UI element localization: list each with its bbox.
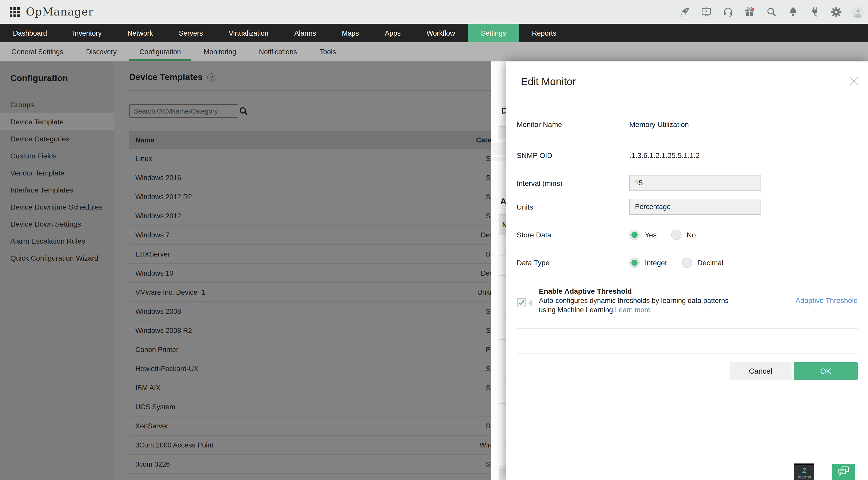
sidebar-item[interactable]: Interface Templates bbox=[0, 181, 114, 198]
gift-icon[interactable] bbox=[743, 6, 755, 18]
adaptive-threshold-title: Enable Adaptive Threshold bbox=[539, 287, 632, 295]
main-nav: DashboardInventoryNetworkServersVirtuali… bbox=[0, 24, 868, 42]
device-templates-table: Name Category LinuxServerWindows 2016Ser… bbox=[129, 131, 512, 480]
search-input[interactable] bbox=[129, 104, 238, 118]
sidebar-item[interactable]: Groups bbox=[0, 96, 114, 113]
table-row[interactable]: UCS SystemUCS bbox=[129, 398, 512, 416]
configuration-sidebar: Configuration GroupsDevice TemplateDevic… bbox=[0, 61, 114, 480]
subnav-item[interactable]: Tools bbox=[308, 42, 347, 61]
store-data-label: Store Data bbox=[517, 231, 629, 239]
table-row[interactable]: LinuxServer bbox=[129, 149, 512, 168]
background-section-heading-fragment: A bbox=[500, 197, 506, 207]
background-row-fragment bbox=[491, 142, 506, 156]
alarms-label: Alarms bbox=[794, 474, 814, 479]
units-input[interactable] bbox=[629, 199, 761, 215]
nav-item[interactable]: Settings bbox=[468, 24, 519, 42]
sidebar-item[interactable]: Device Downtime Schedules bbox=[0, 198, 114, 215]
monitor-name-value: Memory Utilization bbox=[629, 120, 689, 129]
table-row[interactable]: 3Com 2000 Access PointWireless bbox=[129, 436, 512, 455]
units-row: Units bbox=[517, 199, 629, 215]
nav-item[interactable]: Servers bbox=[166, 24, 216, 42]
table-row[interactable]: Windows 2008Server bbox=[129, 302, 512, 321]
gear-icon[interactable] bbox=[830, 6, 842, 18]
sidebar-item[interactable]: Alarm Escalation Rules bbox=[0, 232, 114, 249]
column-name[interactable]: Name bbox=[129, 136, 444, 144]
pointer-arrow-icon bbox=[528, 300, 532, 306]
subnav-item[interactable]: General Settings bbox=[0, 42, 75, 61]
plug-icon[interactable] bbox=[809, 6, 820, 18]
table-row[interactable]: 3com 3500G-EISwitch bbox=[129, 474, 512, 480]
rocket-icon[interactable] bbox=[678, 6, 690, 18]
sidebar-item[interactable]: Custom Fields bbox=[0, 147, 114, 164]
nav-item[interactable]: Network bbox=[115, 24, 166, 42]
table-row[interactable]: 3com 3226Switch bbox=[129, 455, 512, 474]
headset-icon[interactable] bbox=[722, 6, 734, 18]
close-icon[interactable] bbox=[848, 75, 860, 87]
adaptive-threshold-checkbox[interactable] bbox=[517, 298, 526, 307]
app-viewport: OpManager bbox=[0, 0, 868, 480]
nav-item[interactable]: Alarms bbox=[281, 24, 329, 42]
learn-more-link[interactable]: Learn more bbox=[615, 306, 650, 314]
cancel-button[interactable]: Cancel bbox=[730, 362, 792, 380]
store-data-yes-radio[interactable] bbox=[629, 230, 640, 240]
table-row[interactable]: Windows 2008 R2Server bbox=[129, 321, 512, 340]
table-row[interactable]: Hewlett-Packard-UXServer bbox=[129, 359, 512, 378]
store-data-no-label: No bbox=[687, 231, 696, 239]
ok-button[interactable]: OK bbox=[794, 362, 858, 380]
chat-button[interactable] bbox=[832, 464, 855, 480]
section-divider bbox=[517, 353, 858, 353]
nav-item[interactable]: Reports bbox=[519, 24, 569, 42]
data-type-decimal-label: Decimal bbox=[697, 259, 723, 267]
table-row[interactable]: Windows 2012 R2Server bbox=[129, 187, 512, 206]
nav-item[interactable]: Inventory bbox=[60, 24, 115, 42]
store-data-row: Store Data Yes No bbox=[517, 230, 710, 240]
interval-input[interactable] bbox=[629, 175, 761, 191]
table-row[interactable]: XenServerServer bbox=[129, 416, 512, 436]
table-row[interactable]: Windows 2016Server bbox=[129, 168, 512, 187]
nav-overflow-icon[interactable]: ⋮ bbox=[852, 0, 861, 19]
topbar-icons bbox=[678, 6, 868, 18]
data-type-integer-label: Integer bbox=[645, 259, 667, 267]
nav-item[interactable]: Maps bbox=[329, 24, 372, 42]
background-panel-sliver: D A N bbox=[491, 61, 506, 480]
sidebar-item[interactable]: Quick Configuration Wizard bbox=[0, 249, 114, 266]
nav-item[interactable]: Dashboard bbox=[0, 24, 60, 42]
table-row[interactable]: Windows 10Desktop bbox=[129, 264, 512, 283]
units-label: Units bbox=[517, 203, 629, 211]
monitor-name-row: Monitor Name Memory Utilization bbox=[517, 119, 689, 130]
sidebar-item[interactable]: Device Down Settings bbox=[0, 215, 114, 232]
adaptive-threshold-link[interactable]: Adaptive Threshold bbox=[796, 296, 858, 305]
sidebar-item[interactable]: Device Template bbox=[0, 113, 114, 130]
table-row[interactable]: Windows 2012Server bbox=[129, 206, 512, 226]
dialog-title: Edit Monitor bbox=[521, 76, 576, 88]
app-logo: OpManager bbox=[26, 6, 94, 18]
table-search-icon[interactable] bbox=[239, 106, 249, 118]
subnav-item[interactable]: Notifications bbox=[247, 42, 308, 61]
search-icon[interactable] bbox=[765, 6, 777, 18]
nav-item[interactable]: Apps bbox=[372, 24, 413, 42]
data-type-decimal-radio[interactable] bbox=[682, 258, 692, 268]
apps-grid-icon[interactable] bbox=[10, 7, 20, 17]
bell-icon[interactable] bbox=[787, 6, 799, 18]
subnav-item[interactable]: Configuration bbox=[128, 42, 192, 61]
subnav-item[interactable]: Discovery bbox=[75, 42, 128, 61]
help-icon[interactable]: ? bbox=[208, 73, 216, 81]
table-row[interactable]: VMware Inc. Device_1Unknown bbox=[129, 283, 512, 302]
subnav-item[interactable]: Monitoring bbox=[192, 42, 247, 61]
adaptive-threshold-description: using Machine Learning.Learn more bbox=[539, 306, 650, 314]
data-type-integer-radio[interactable] bbox=[629, 258, 640, 268]
presentation-icon[interactable] bbox=[700, 6, 712, 18]
nav-item[interactable]: Workflow bbox=[413, 24, 468, 42]
checkbox-divider bbox=[534, 283, 534, 316]
table-row[interactable]: Windows 7Desktop bbox=[129, 226, 512, 245]
interval-row: Interval (mins) bbox=[517, 175, 629, 191]
alarms-badge[interactable]: 2 Alarms bbox=[794, 464, 814, 480]
nav-item[interactable]: Virtualization bbox=[216, 24, 281, 42]
store-data-no-radio[interactable] bbox=[671, 230, 681, 240]
table-row[interactable]: Canon PrinterPrinter bbox=[129, 340, 512, 359]
table-body: LinuxServerWindows 2016ServerWindows 201… bbox=[129, 149, 512, 480]
table-row[interactable]: ESXServerServer bbox=[129, 245, 512, 264]
sidebar-item[interactable]: Vendor Template bbox=[0, 164, 114, 181]
table-row[interactable]: IBM AIXServer bbox=[129, 378, 512, 398]
sidebar-item[interactable]: Device Categories bbox=[0, 130, 114, 147]
